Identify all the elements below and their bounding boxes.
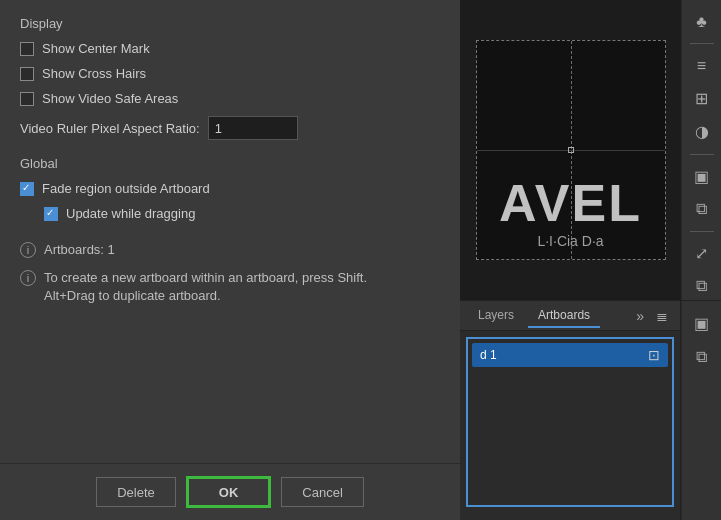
show-center-mark-row: Show Center Mark bbox=[20, 41, 440, 56]
fade-region-checkbox[interactable] bbox=[20, 182, 34, 196]
artboard-preview: AVEL L·I·Cia D·a bbox=[460, 0, 681, 300]
bottom-panels: Layers Artboards » ≣ d 1 ⊡ ▣ ⧉ bbox=[460, 300, 721, 520]
tab-artboards[interactable]: Artboards bbox=[528, 304, 600, 328]
right-side: AVEL L·I·Cia D·a ♣ ≡ ⊞ ◑ ▣ ⧉ ⤢ ⧉ Lay bbox=[460, 0, 721, 520]
artboard-text-avel-container: AVEL bbox=[477, 177, 665, 229]
artboards-count-row: i Artboards: 1 bbox=[20, 241, 440, 259]
artboard-text-sub: L·I·Cia D·a bbox=[477, 233, 665, 249]
show-video-safe-areas-checkbox[interactable] bbox=[20, 92, 34, 106]
artboards-count-text: Artboards: 1 bbox=[44, 241, 115, 259]
panel-tab-icons: » ≣ bbox=[632, 306, 672, 326]
artboard-icon[interactable]: ▣ bbox=[688, 163, 716, 190]
toolbar-divider-2 bbox=[690, 154, 714, 155]
toolbar-divider-3 bbox=[690, 231, 714, 232]
video-ruler-input[interactable] bbox=[208, 116, 298, 140]
circle-icon[interactable]: ◑ bbox=[688, 118, 716, 145]
tab-layers[interactable]: Layers bbox=[468, 304, 524, 328]
show-center-mark-checkbox[interactable] bbox=[20, 42, 34, 56]
cancel-button[interactable]: Cancel bbox=[281, 477, 363, 507]
show-video-safe-areas-label[interactable]: Show Video Safe Areas bbox=[42, 91, 178, 106]
fade-region-label[interactable]: Fade region outside Artboard bbox=[42, 181, 210, 196]
artboard-item-icon: ⊡ bbox=[648, 347, 660, 363]
video-ruler-row: Video Ruler Pixel Aspect Ratio: bbox=[20, 116, 440, 140]
global-section: Global Fade region outside Artboard Upda… bbox=[20, 156, 440, 221]
panel-list-icon[interactable]: ≣ bbox=[652, 306, 672, 326]
layers-icon[interactable]: ⊞ bbox=[688, 85, 716, 112]
artboard-panel-border: d 1 ⊡ bbox=[466, 337, 674, 507]
info-create-artboard-text: To create a new artboard within an artbo… bbox=[44, 269, 367, 305]
copy-icon[interactable]: ⧉ bbox=[688, 196, 716, 223]
layers-panel: Layers Artboards » ≣ d 1 ⊡ bbox=[460, 301, 681, 520]
show-cross-hairs-row: Show Cross Hairs bbox=[20, 66, 440, 81]
update-dragging-row: Update while dragging bbox=[44, 206, 440, 221]
bottom-copy-icon[interactable]: ⧉ bbox=[688, 343, 716, 371]
clubs-icon[interactable]: ♣ bbox=[688, 8, 716, 35]
display-section-label: Display bbox=[20, 16, 440, 31]
delete-button[interactable]: Delete bbox=[96, 477, 176, 507]
toolbar-divider-1 bbox=[690, 43, 714, 44]
video-ruler-label: Video Ruler Pixel Aspect Ratio: bbox=[20, 121, 200, 136]
bottom-right-toolbar: ▣ ⧉ bbox=[681, 301, 721, 520]
artboard-text-avel: AVEL bbox=[477, 177, 665, 229]
artboard-list-item[interactable]: d 1 ⊡ bbox=[472, 343, 668, 367]
ok-button[interactable]: OK bbox=[186, 476, 272, 508]
panel-chevron-icon[interactable]: » bbox=[632, 306, 648, 326]
bottom-artboard-icon[interactable]: ▣ bbox=[688, 309, 716, 337]
fade-region-row: Fade region outside Artboard bbox=[20, 181, 440, 196]
info-icon-2: i bbox=[20, 270, 36, 286]
global-section-label: Global bbox=[20, 156, 440, 171]
menu-bars-icon[interactable]: ≡ bbox=[688, 52, 716, 79]
update-dragging-label[interactable]: Update while dragging bbox=[66, 206, 195, 221]
info-icon-1: i bbox=[20, 242, 36, 258]
info-section: i Artboards: 1 i To create a new artboar… bbox=[20, 241, 440, 306]
expand-icon[interactable]: ⤢ bbox=[688, 240, 716, 267]
show-cross-hairs-checkbox[interactable] bbox=[20, 67, 34, 81]
dialog-content: Display Show Center Mark Show Cross Hair… bbox=[0, 0, 460, 463]
update-dragging-checkbox[interactable] bbox=[44, 207, 58, 221]
artboard-canvas: AVEL L·I·Cia D·a bbox=[476, 40, 666, 260]
artboard-item-label: d 1 bbox=[480, 348, 497, 362]
panel-content: d 1 ⊡ bbox=[460, 331, 680, 520]
show-cross-hairs-label[interactable]: Show Cross Hairs bbox=[42, 66, 146, 81]
info-create-artboard-row: i To create a new artboard within an art… bbox=[20, 269, 440, 305]
right-toolbar: ♣ ≡ ⊞ ◑ ▣ ⧉ ⤢ ⧉ bbox=[681, 0, 721, 300]
artboard-text-sub-container: L·I·Cia D·a bbox=[477, 229, 665, 249]
show-video-safe-areas-row: Show Video Safe Areas bbox=[20, 91, 440, 106]
dialog-footer: Delete OK Cancel bbox=[0, 463, 460, 520]
show-center-mark-label[interactable]: Show Center Mark bbox=[42, 41, 150, 56]
dialog-panel: Display Show Center Mark Show Cross Hair… bbox=[0, 0, 460, 520]
center-dot bbox=[568, 147, 574, 153]
canvas-area: AVEL L·I·Cia D·a ♣ ≡ ⊞ ◑ ▣ ⧉ ⤢ ⧉ bbox=[460, 0, 721, 300]
copy2-icon[interactable]: ⧉ bbox=[688, 273, 716, 300]
panel-tabs: Layers Artboards » ≣ bbox=[460, 301, 680, 331]
